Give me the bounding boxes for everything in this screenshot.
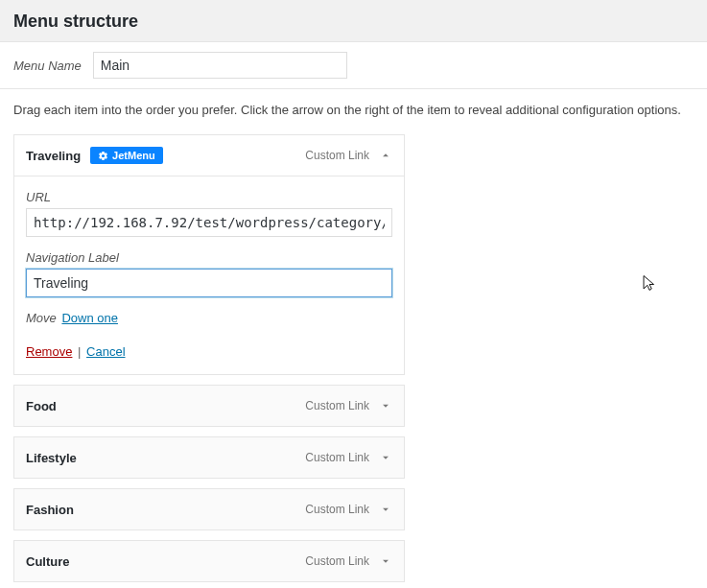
menu-item-type: Custom Link <box>305 399 369 412</box>
menu-name-label: Menu Name <box>13 59 82 73</box>
menu-item-title: Traveling <box>26 149 81 163</box>
menu-item-lifestyle: Lifestyle Custom Link <box>13 436 405 479</box>
nav-label-input[interactable] <box>26 269 392 297</box>
menu-item-header[interactable]: Food Custom Link <box>13 385 405 427</box>
cancel-link[interactable]: Cancel <box>86 344 125 359</box>
menu-item-left: Culture <box>26 554 70 569</box>
menu-item-culture: Culture Custom Link <box>13 540 405 582</box>
chevron-down-icon[interactable] <box>379 451 392 464</box>
menu-item-title: Culture <box>26 554 70 569</box>
menu-item-right: Custom Link <box>305 399 392 412</box>
menu-item-right: Custom Link <box>305 451 392 464</box>
move-label: Move <box>26 311 57 325</box>
nav-label-label: Navigation Label <box>26 250 392 265</box>
menu-item-food: Food Custom Link <box>13 385 405 427</box>
jetmenu-badge[interactable]: JetMenu <box>90 147 163 164</box>
menu-item-header[interactable]: Culture Custom Link <box>13 540 405 582</box>
menu-item-header[interactable]: Fashion Custom Link <box>13 488 405 530</box>
menu-item-right: Custom Link <box>305 149 392 162</box>
menu-item-title: Lifestyle <box>26 451 77 465</box>
menu-item-settings: URL Navigation Label Move Down one Remov… <box>13 176 405 375</box>
jetmenu-badge-label: JetMenu <box>112 150 155 161</box>
nav-label-field-group: Navigation Label <box>26 250 392 297</box>
menu-item-title: Fashion <box>26 503 74 517</box>
actions-row: Remove | Cancel <box>26 344 392 359</box>
menu-item-title: Food <box>26 399 57 413</box>
chevron-down-icon[interactable] <box>379 399 392 412</box>
menu-item-type: Custom Link <box>305 554 369 568</box>
menu-item-header[interactable]: Traveling JetMenu Custom Link <box>13 134 405 176</box>
url-field-group: URL <box>26 190 392 237</box>
menu-item-type: Custom Link <box>305 503 369 516</box>
chevron-up-icon[interactable] <box>379 149 392 162</box>
menu-item-fashion: Fashion Custom Link <box>13 488 405 530</box>
chevron-down-icon[interactable] <box>379 554 392 568</box>
url-label: URL <box>26 190 392 204</box>
menu-name-input[interactable] <box>93 52 347 79</box>
move-down-link[interactable]: Down one <box>61 311 118 325</box>
gear-icon <box>98 151 108 161</box>
menu-item-left: Food <box>26 399 57 413</box>
content-area: Drag each item into the order you prefer… <box>0 89 707 588</box>
menu-item-header[interactable]: Lifestyle Custom Link <box>13 436 405 479</box>
instructions-text: Drag each item into the order you prefer… <box>13 103 694 117</box>
menu-item-right: Custom Link <box>305 503 392 516</box>
menu-item-left: Traveling JetMenu <box>26 147 163 164</box>
move-row: Move Down one <box>26 311 392 325</box>
page-title: Menu structure <box>0 0 707 41</box>
menu-name-bar: Menu Name <box>0 41 707 89</box>
menu-item-right: Custom Link <box>305 554 392 568</box>
menu-items-list: Traveling JetMenu Custom Link URL <box>13 134 405 582</box>
menu-item-left: Lifestyle <box>26 451 77 465</box>
menu-item-left: Fashion <box>26 503 74 517</box>
url-input[interactable] <box>26 208 392 237</box>
menu-item-type: Custom Link <box>305 149 369 162</box>
action-separator: | <box>78 344 81 359</box>
menu-item-traveling: Traveling JetMenu Custom Link URL <box>13 134 405 375</box>
menu-item-type: Custom Link <box>305 451 369 464</box>
remove-link[interactable]: Remove <box>26 344 72 359</box>
chevron-down-icon[interactable] <box>379 503 392 516</box>
